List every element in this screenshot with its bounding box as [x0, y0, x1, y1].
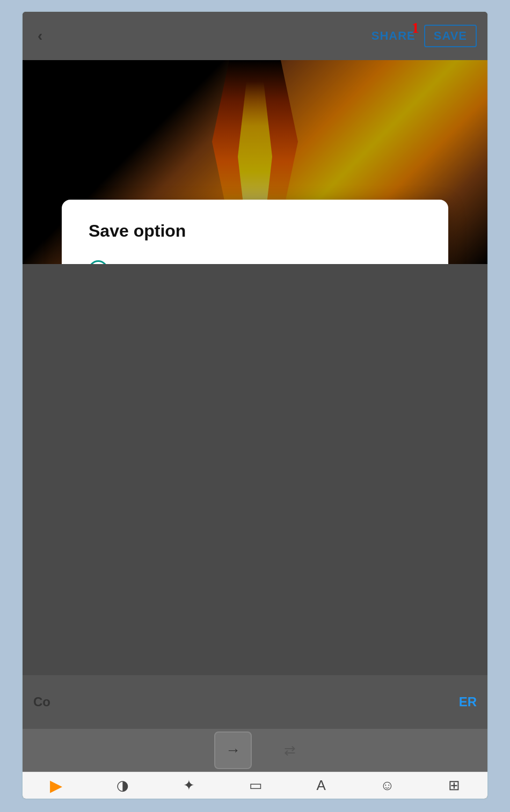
video-area: Save option Default Re-size 450x418: [23, 60, 487, 264]
emoji-icon[interactable]: ☺: [380, 777, 395, 794]
save-button[interactable]: SAVE: [424, 25, 477, 47]
back-button[interactable]: ‹: [33, 23, 47, 49]
repeat-icon[interactable]: ⇄: [284, 742, 296, 759]
text-icon[interactable]: A: [317, 777, 326, 794]
arrow-button[interactable]: →: [214, 731, 252, 769]
step1-badge: 1: [412, 19, 420, 36]
arrow-icon: →: [225, 742, 241, 759]
dialog-overlay: Save option Default Re-size 450x418: [23, 60, 487, 264]
timeline-area: → ⇄: [23, 729, 487, 772]
toolbar-right: SHARE 1 SAVE: [371, 25, 477, 47]
share-button[interactable]: SHARE 1: [371, 29, 416, 43]
media-icon[interactable]: ⊞: [448, 777, 460, 794]
frame-icon[interactable]: ▭: [249, 777, 263, 794]
save-dialog: Save option Default Re-size 450x418: [62, 200, 448, 264]
option-default-label: Default: [119, 261, 166, 264]
dialog-title: Save option: [89, 221, 421, 241]
er-text: ER: [459, 694, 477, 709]
bottom-content-bar: Co ER: [23, 675, 487, 729]
app-container: ‹ SHARE 1 SAVE Save option Def: [21, 11, 489, 800]
sparkle-icon[interactable]: ✦: [183, 777, 195, 794]
option-default[interactable]: Default: [89, 260, 421, 264]
co-text: Co: [33, 694, 50, 709]
bottom-toolbar: ▶ ◑ ✦ ▭ A ☺ ⊞: [23, 772, 487, 799]
play-button[interactable]: ▶: [50, 776, 62, 795]
radio-default[interactable]: [89, 260, 108, 264]
timer-icon[interactable]: ◑: [116, 777, 129, 794]
top-toolbar: ‹ SHARE 1 SAVE: [23, 12, 487, 60]
